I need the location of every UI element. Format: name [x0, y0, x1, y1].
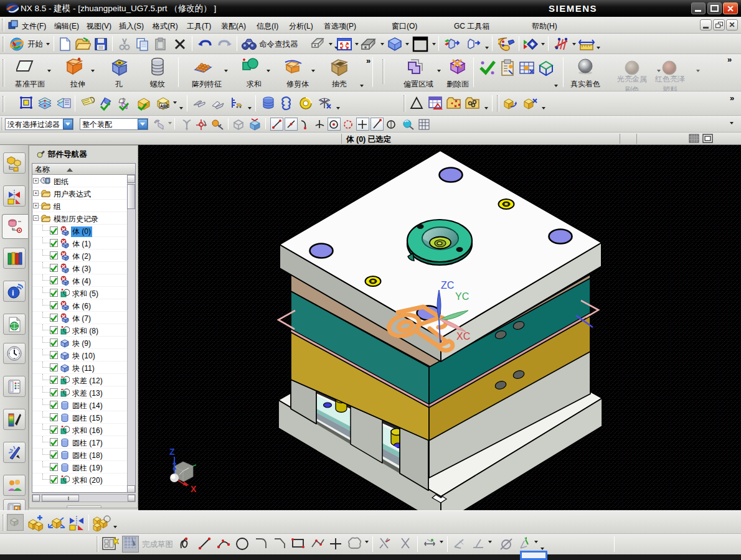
svg-text:Z: Z — [169, 447, 175, 457]
svg-text:XC: XC — [456, 331, 470, 342]
svg-text:i: i — [12, 288, 14, 297]
svg-text:X: X — [191, 484, 197, 494]
svg-text:ABC: ABC — [160, 104, 169, 108]
svg-text:ZC: ZC — [441, 280, 454, 291]
svg-text:YC: YC — [455, 291, 469, 302]
